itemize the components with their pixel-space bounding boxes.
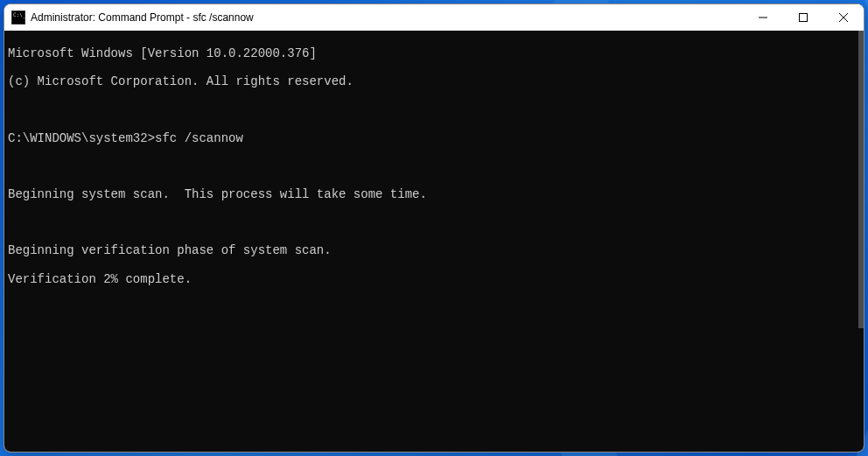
output-line bbox=[8, 102, 860, 116]
maximize-button[interactable] bbox=[783, 4, 823, 31]
maximize-icon bbox=[799, 13, 808, 22]
prompt-line: C:\WINDOWS\system32>sfc /scannow bbox=[8, 131, 860, 145]
output-line bbox=[8, 215, 860, 229]
output-line: Beginning verification phase of system s… bbox=[8, 243, 860, 257]
output-line: Microsoft Windows [Version 10.0.22000.37… bbox=[8, 46, 860, 60]
output-line: (c) Microsoft Corporation. All rights re… bbox=[8, 74, 860, 88]
scrollbar[interactable] bbox=[858, 31, 864, 328]
titlebar[interactable]: Administrator: Command Prompt - sfc /sca… bbox=[4, 4, 864, 31]
window-controls bbox=[743, 4, 864, 31]
output-line bbox=[8, 159, 860, 173]
terminal-output[interactable]: Microsoft Windows [Version 10.0.22000.37… bbox=[4, 31, 864, 452]
output-line: Beginning system scan. This process will… bbox=[8, 187, 860, 201]
window-title: Administrator: Command Prompt - sfc /sca… bbox=[31, 11, 254, 24]
output-line: Verification 2% complete. bbox=[8, 272, 860, 286]
close-button[interactable] bbox=[823, 4, 864, 31]
minimize-icon bbox=[759, 13, 767, 22]
svg-rect-1 bbox=[800, 14, 808, 22]
command-prompt-window: Administrator: Command Prompt - sfc /sca… bbox=[4, 4, 864, 452]
cmd-icon bbox=[11, 11, 25, 25]
close-icon bbox=[839, 13, 848, 22]
minimize-button[interactable] bbox=[743, 4, 783, 31]
